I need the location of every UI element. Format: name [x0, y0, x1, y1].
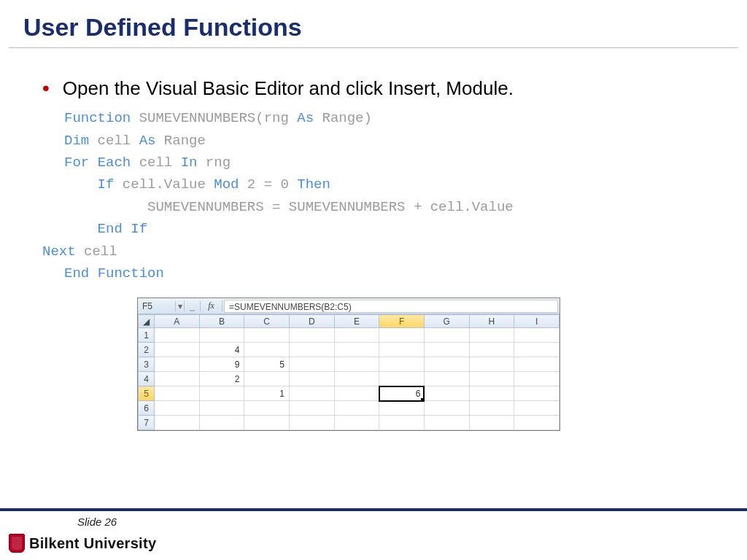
cell[interactable] [469, 401, 514, 416]
cell[interactable] [155, 401, 200, 416]
cell[interactable] [514, 401, 560, 416]
col-header-c[interactable]: C [244, 315, 290, 328]
cell[interactable] [514, 386, 560, 401]
cell[interactable] [199, 386, 244, 401]
row-header-4[interactable]: 4 [139, 372, 155, 386]
cell[interactable] [514, 357, 560, 372]
cell[interactable] [424, 416, 469, 430]
cell[interactable] [514, 343, 560, 357]
name-box-dropdown-icon[interactable]: ▾ [176, 301, 185, 311]
cell[interactable] [379, 343, 425, 357]
cell[interactable] [199, 416, 244, 430]
code-line-6: End If [64, 218, 718, 240]
cell[interactable] [424, 401, 469, 416]
spreadsheet-grid: ◢ A B C D E F G H I 1 24 395 42 516 6 7 [138, 314, 560, 430]
code-line-5: SUMEVENNUMBERS = SUMEVENNUMBERS + cell.V… [64, 196, 718, 218]
cell[interactable]: 9 [199, 357, 244, 372]
cell[interactable] [469, 416, 514, 430]
row-header-3[interactable]: 3 [139, 357, 155, 372]
code-block: Function SUMEVENNUMBERS(rng As Range) Di… [64, 107, 718, 284]
cell[interactable] [424, 328, 469, 343]
code-line-1: Function SUMEVENNUMBERS(rng As Range) [64, 107, 718, 129]
cell[interactable] [289, 416, 334, 430]
cell[interactable] [514, 328, 560, 343]
cell[interactable] [469, 343, 514, 357]
slide-footer: Slide 26 Bilkent University [0, 508, 747, 560]
cell[interactable] [244, 401, 290, 416]
slide-content: • Open the Visual Basic Editor and click… [0, 48, 747, 431]
cell[interactable]: 4 [199, 343, 244, 357]
university-name: Bilkent University [29, 535, 156, 552]
cell-active[interactable]: 6 [379, 386, 425, 401]
cell[interactable] [469, 386, 514, 401]
code-line-4: If cell.Value Mod 2 = 0 Then [64, 174, 718, 195]
code-line-2: Dim cell As Range [64, 130, 718, 152]
col-header-a[interactable]: A [155, 315, 200, 328]
cell[interactable] [379, 372, 425, 386]
cell[interactable] [334, 416, 379, 430]
bullet-row: • Open the Visual Basic Editor and click… [42, 77, 718, 100]
col-header-e[interactable]: E [334, 315, 379, 328]
fx-icon[interactable]: fx [201, 300, 222, 311]
cell[interactable] [244, 372, 290, 386]
row-header-5[interactable]: 5 [139, 386, 155, 401]
cell[interactable] [155, 416, 200, 430]
cell[interactable] [244, 343, 290, 357]
cell[interactable] [424, 386, 469, 401]
cell[interactable] [334, 401, 379, 416]
col-header-i[interactable]: I [514, 315, 560, 328]
row-header-2[interactable]: 2 [139, 343, 155, 357]
col-header-g[interactable]: G [424, 315, 469, 328]
cell[interactable] [469, 372, 514, 386]
col-header-b[interactable]: B [199, 315, 244, 328]
cell[interactable] [379, 401, 425, 416]
cell[interactable] [514, 416, 560, 430]
cell[interactable] [155, 343, 200, 357]
cell[interactable] [379, 328, 425, 343]
cell[interactable] [155, 386, 200, 401]
name-box[interactable]: F5 [138, 301, 176, 311]
cell[interactable] [244, 328, 290, 343]
cell[interactable] [424, 372, 469, 386]
row-header-7[interactable]: 7 [139, 416, 155, 430]
code-line-7: Next cell [42, 241, 718, 262]
cell[interactable]: 2 [199, 372, 244, 386]
cell[interactable] [289, 386, 334, 401]
cell[interactable] [469, 357, 514, 372]
cell[interactable]: 5 [244, 357, 290, 372]
cell[interactable] [334, 372, 379, 386]
cell[interactable] [289, 357, 334, 372]
cell[interactable] [424, 343, 469, 357]
row-header-6[interactable]: 6 [139, 401, 155, 416]
cell[interactable] [379, 357, 425, 372]
cell[interactable] [289, 328, 334, 343]
cell[interactable] [155, 357, 200, 372]
cell[interactable] [379, 416, 425, 430]
cell[interactable] [334, 386, 379, 401]
col-header-f[interactable]: F [379, 315, 425, 328]
cell[interactable] [289, 401, 334, 416]
cancel-formula-icon[interactable]: ⎯ [185, 301, 201, 311]
excel-screenshot: F5 ▾ ⎯ fx =SUMEVENNUMBERS(B2:C5) ◢ A B C… [137, 298, 560, 431]
cell[interactable] [289, 343, 334, 357]
cell[interactable] [514, 372, 560, 386]
cell[interactable] [244, 416, 290, 430]
cell[interactable] [155, 328, 200, 343]
cell[interactable] [199, 401, 244, 416]
cell[interactable] [334, 357, 379, 372]
university-shield-icon [9, 534, 25, 553]
row-header-1[interactable]: 1 [139, 328, 155, 343]
cell[interactable] [424, 357, 469, 372]
cell[interactable] [155, 372, 200, 386]
formula-input[interactable]: =SUMEVENNUMBERS(B2:C5) [224, 300, 558, 313]
cell[interactable]: 1 [244, 386, 290, 401]
cell[interactable] [289, 372, 334, 386]
bullet-text: Open the Visual Basic Editor and click I… [63, 77, 514, 100]
cell[interactable] [334, 343, 379, 357]
cell[interactable] [199, 328, 244, 343]
cell[interactable] [334, 328, 379, 343]
col-header-d[interactable]: D [289, 315, 334, 328]
cell[interactable] [469, 328, 514, 343]
col-header-h[interactable]: H [469, 315, 514, 328]
select-all-corner[interactable]: ◢ [139, 315, 155, 328]
